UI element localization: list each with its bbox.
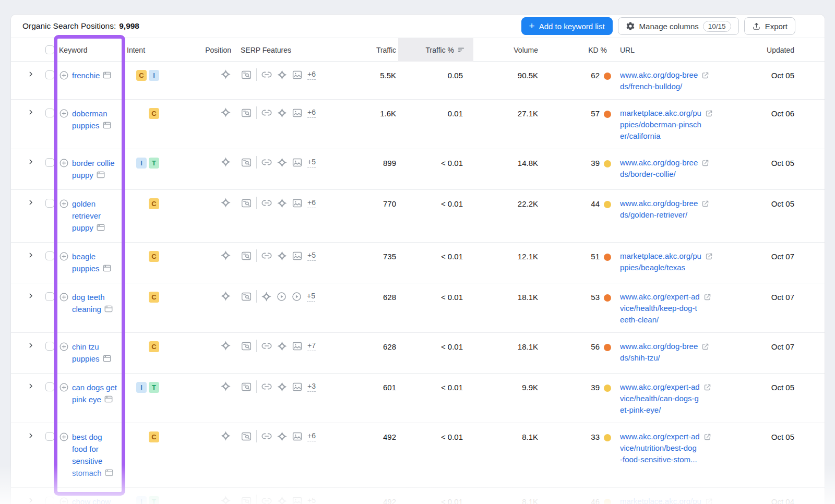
external-link-icon[interactable] [703, 433, 712, 465]
serp-features-more-link[interactable]: +5 [307, 157, 316, 167]
url-link[interactable]: marketplace.akc.org/pu ppies/beagle/texa… [620, 250, 701, 273]
add-keyword-plus-circle-icon[interactable] [59, 342, 69, 366]
expand-row-chevron-icon[interactable] [27, 251, 34, 259]
export-button[interactable]: Export [744, 17, 795, 35]
keyword-link[interactable]: chin tzu puppies [72, 342, 100, 363]
row-checkbox[interactable] [45, 158, 54, 167]
expand-row-chevron-icon[interactable] [27, 109, 34, 116]
column-header-updated[interactable]: Updated [732, 38, 825, 62]
external-link-icon[interactable] [701, 199, 710, 221]
intent-badge-c: C [149, 198, 159, 209]
add-keyword-plus-circle-icon[interactable] [59, 432, 69, 481]
keyword-link[interactable]: beagle puppies [72, 252, 100, 273]
serp-features-more-link[interactable]: +5 [307, 250, 316, 261]
serp-features-more-link[interactable]: +6 [307, 431, 316, 441]
serp-features-more-link[interactable]: +3 [307, 381, 316, 392]
row-checkbox[interactable] [45, 199, 54, 208]
external-link-icon[interactable] [705, 497, 713, 504]
manage-columns-button[interactable]: Manage columns 10/15 [618, 17, 739, 35]
select-all-checkbox[interactable] [45, 45, 54, 54]
add-keyword-plus-circle-icon[interactable] [59, 109, 69, 133]
url-link[interactable]: www.akc.org/dog-bree ds/border-collie/ [620, 157, 698, 180]
serp-feature-icons [261, 107, 303, 118]
row-checkbox[interactable] [45, 382, 54, 391]
add-keyword-plus-circle-icon[interactable] [59, 70, 69, 83]
serp-window-icon[interactable] [102, 263, 112, 276]
kd-difficulty-dot [604, 254, 611, 261]
row-checkbox[interactable] [45, 70, 54, 79]
external-link-icon[interactable] [705, 109, 713, 142]
expand-row-chevron-icon[interactable] [27, 382, 34, 390]
url-link[interactable]: www.akc.org/dog-bree ds/golden-retriever… [620, 198, 698, 221]
expand-cell [21, 374, 40, 397]
keyword-link[interactable]: border collie puppy [72, 159, 115, 179]
serp-window-icon[interactable] [102, 70, 112, 83]
serp-features-more-link[interactable]: +6 [307, 198, 316, 208]
expand-row-chevron-icon[interactable] [27, 342, 34, 349]
serp-window-icon[interactable] [104, 468, 114, 481]
row-checkbox[interactable] [45, 251, 54, 260]
url-link[interactable]: www.akc.org/dog-bree ds/french-bulldog/ [620, 69, 698, 92]
serp-features-more-link[interactable]: +5 [307, 291, 315, 302]
url-link[interactable]: www.akc.org/expert-ad vice/health/can-do… [620, 381, 700, 416]
column-header-volume[interactable]: Volume [473, 38, 540, 62]
external-link-icon[interactable] [703, 293, 712, 326]
keyword-link[interactable]: chow chow puppy [72, 497, 111, 504]
add-keyword-plus-circle-icon[interactable] [59, 382, 69, 407]
serp-window-icon[interactable] [102, 354, 112, 366]
external-link-icon[interactable] [703, 383, 712, 416]
position-cell [163, 149, 233, 174]
keyword-link[interactable]: frenchie [72, 71, 100, 80]
serp-features-more-link[interactable]: +6 [307, 69, 316, 80]
column-header-position[interactable]: Position [163, 38, 233, 62]
image-icon [292, 157, 303, 168]
add-keyword-plus-circle-icon[interactable] [59, 497, 69, 504]
table-row: chow chow puppy IT +5 492 < 0.01 8.1K 46… [11, 488, 825, 504]
url-link[interactable]: www.akc.org/expert-ad vice/health/keep-d… [620, 291, 700, 326]
external-link-icon[interactable] [701, 159, 710, 180]
expand-row-chevron-icon[interactable] [27, 292, 34, 299]
intent-badge-c: C [149, 251, 159, 262]
traffic-value: 770 [324, 190, 398, 217]
serp-window-icon[interactable] [104, 394, 113, 407]
external-link-icon[interactable] [701, 342, 710, 364]
serp-window-icon[interactable] [104, 304, 113, 317]
add-to-keyword-list-button[interactable]: + Add to keyword list [521, 17, 613, 35]
serp-window-icon[interactable] [96, 223, 105, 235]
row-checkbox[interactable] [45, 109, 54, 117]
keyword-link[interactable]: dog teeth cleaning [72, 293, 105, 314]
serp-features-more-link[interactable]: +6 [307, 107, 316, 118]
serp-features-divider [256, 290, 257, 303]
column-header-traffic-pct[interactable]: Traffic % [398, 38, 473, 62]
serp-features-more-link[interactable]: +5 [307, 496, 316, 504]
row-checkbox[interactable] [45, 292, 54, 301]
row-checkbox[interactable] [45, 432, 54, 441]
export-label: Export [765, 22, 788, 31]
add-keyword-plus-circle-icon[interactable] [59, 199, 69, 235]
serp-window-icon[interactable] [96, 170, 105, 183]
url-link[interactable]: marketplace.akc.org/pu ppies/doberman-pi… [620, 107, 701, 142]
expand-row-chevron-icon[interactable] [27, 432, 34, 439]
row-checkbox[interactable] [45, 342, 54, 351]
expand-row-chevron-icon[interactable] [27, 199, 34, 206]
manage-columns-label: Manage columns [639, 22, 699, 31]
serp-features-more-link[interactable]: +7 [307, 341, 316, 351]
url-link[interactable]: www.akc.org/dog-bree ds/shih-tzu/ [620, 341, 698, 364]
expand-row-chevron-icon[interactable] [27, 497, 34, 504]
add-keyword-plus-circle-icon[interactable] [59, 292, 69, 317]
expand-row-chevron-icon[interactable] [27, 70, 34, 78]
column-header-kd[interactable]: KD % [540, 38, 615, 62]
add-keyword-plus-circle-icon[interactable] [59, 158, 69, 183]
image-icon [292, 381, 303, 392]
serp-window-icon[interactable] [102, 121, 112, 133]
column-header-traffic[interactable]: Traffic [324, 38, 398, 62]
external-link-icon[interactable] [701, 71, 710, 92]
url-link[interactable]: www.akc.org/expert-ad vice/nutrition/bes… [620, 431, 700, 465]
add-keyword-plus-circle-icon[interactable] [59, 251, 69, 276]
row-checkbox[interactable] [45, 497, 54, 504]
expand-row-chevron-icon[interactable] [27, 158, 34, 165]
diamond-icon [277, 381, 288, 392]
keyword-link[interactable]: best dog food for sensitive stomach [72, 433, 102, 477]
external-link-icon[interactable] [705, 252, 713, 273]
url-link[interactable]: marketplace.akc.org/pu ppies/chow-chow [620, 496, 701, 504]
